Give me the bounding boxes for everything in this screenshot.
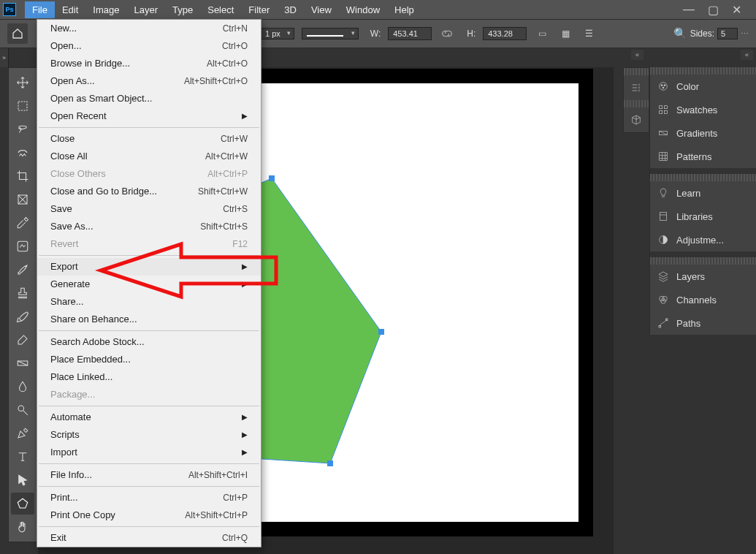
file-menu-item[interactable]: Open As...Alt+Shift+Ctrl+O: [37, 72, 261, 90]
panel-paths[interactable]: Paths: [650, 311, 756, 335]
sides-more-icon[interactable]: ⋯: [741, 29, 749, 39]
brush-tool[interactable]: [11, 259, 34, 281]
menu-help[interactable]: Help: [387, 1, 421, 18]
file-menu-item[interactable]: Print...Ctrl+P: [37, 489, 261, 506]
svg-point-13: [664, 85, 665, 86]
file-menu-item[interactable]: Open as Smart Object...: [37, 90, 261, 107]
menu-filter[interactable]: Filter: [241, 1, 277, 18]
home-button[interactable]: [7, 23, 28, 44]
panel-libraries[interactable]: Libraries: [650, 205, 756, 228]
panel-patterns[interactable]: Patterns: [650, 145, 756, 168]
panel-channels[interactable]: Channels: [650, 288, 756, 311]
svg-rect-17: [660, 110, 663, 113]
svg-rect-0: [18, 102, 27, 110]
gradient-tool[interactable]: [11, 352, 34, 374]
path-select-tool[interactable]: [11, 469, 34, 491]
menu-layer[interactable]: Layer: [127, 1, 166, 18]
file-menu-item[interactable]: CloseCtrl+W: [37, 130, 261, 148]
app-icon: Ps: [3, 3, 16, 16]
dodge-tool[interactable]: [11, 399, 34, 421]
blur-tool[interactable]: [11, 376, 34, 398]
file-menu-item[interactable]: Place Embedded...: [37, 351, 261, 368]
close-button[interactable]: ✕: [732, 3, 741, 17]
quick-select-tool[interactable]: [11, 142, 34, 164]
search-icon[interactable]: 🔍: [673, 27, 687, 40]
stamp-tool[interactable]: [11, 282, 34, 304]
menu-file[interactable]: File: [25, 1, 55, 18]
window-controls: — ▢ ✕: [683, 0, 756, 19]
link-wh-icon[interactable]: [439, 26, 455, 42]
menu-view[interactable]: View: [304, 1, 339, 18]
menu-select[interactable]: Select: [200, 1, 241, 18]
file-menu-item[interactable]: File Info...Alt+Shift+Ctrl+I: [37, 466, 261, 484]
file-menu-item[interactable]: Browse in Bridge...Alt+Ctrl+O: [37, 55, 261, 72]
svg-rect-20: [660, 153, 668, 161]
file-menu-item[interactable]: Save As...Shift+Ctrl+S: [37, 218, 261, 235]
polygon-shape-tool[interactable]: [11, 493, 34, 515]
right-collapse[interactable]: «: [649, 48, 756, 67]
height-field[interactable]: 433.28: [483, 27, 527, 40]
panel-color[interactable]: Color: [650, 75, 756, 98]
align-icon[interactable]: ▭: [534, 26, 550, 42]
panel-gradients[interactable]: Gradients: [650, 121, 756, 145]
stroke-style-dropdown[interactable]: [302, 28, 359, 39]
move-tool[interactable]: [11, 72, 34, 94]
menu-type[interactable]: Type: [165, 1, 200, 18]
history-brush-tool[interactable]: [11, 306, 34, 327]
panel-layers[interactable]: Layers: [650, 265, 756, 288]
file-menu-item[interactable]: Place Linked...: [37, 368, 261, 386]
maximize-button[interactable]: ▢: [708, 3, 719, 17]
menu-3d[interactable]: 3D: [277, 1, 304, 18]
stroke-width-field[interactable]: 1 px: [260, 28, 294, 39]
eraser-tool[interactable]: [11, 329, 34, 351]
file-menu-item[interactable]: SaveCtrl+S: [37, 200, 261, 218]
panel-adjustments[interactable]: Adjustme...: [650, 228, 756, 251]
right-mini-panel: [623, 67, 649, 133]
properties-icon[interactable]: [624, 75, 649, 100]
sides-control: 🔍 Sides: 5 ⋯: [673, 27, 749, 40]
eyedropper-tool[interactable]: [11, 212, 34, 234]
menu-edit[interactable]: Edit: [55, 1, 85, 18]
pen-tool[interactable]: [11, 422, 34, 444]
sides-field[interactable]: 5: [717, 28, 738, 39]
heal-tool[interactable]: [11, 235, 34, 257]
svg-rect-2: [18, 241, 28, 251]
file-menu-item[interactable]: Close and Go to Bridge...Shift+Ctrl+W: [37, 183, 261, 200]
svg-point-4: [18, 406, 24, 411]
svg-point-11: [660, 83, 668, 91]
3d-icon[interactable]: [624, 107, 649, 132]
file-menu-item[interactable]: Open Recent▶: [37, 107, 261, 125]
svg-point-12: [661, 85, 663, 86]
menu-image[interactable]: Image: [85, 1, 126, 18]
file-menu-item[interactable]: New...Ctrl+N: [37, 20, 261, 37]
type-tool[interactable]: [11, 446, 34, 468]
file-menu-item[interactable]: Open...Ctrl+O: [37, 37, 261, 55]
minimize-button[interactable]: —: [683, 3, 695, 16]
crop-tool[interactable]: [11, 165, 34, 187]
right-mini-collapse[interactable]: «: [620, 48, 646, 67]
h-label: H:: [467, 29, 476, 39]
settings-icon[interactable]: ☰: [581, 26, 597, 42]
file-menu-item[interactable]: Close AllAlt+Ctrl+W: [37, 148, 261, 165]
file-menu-item[interactable]: Share on Behance...: [37, 311, 261, 328]
file-menu-item[interactable]: Import▶: [37, 444, 261, 461]
frame-tool[interactable]: [11, 189, 34, 210]
panel-learn[interactable]: Learn: [650, 181, 756, 205]
menu-window[interactable]: Window: [339, 1, 387, 18]
file-menu-item[interactable]: Print One CopyAlt+Shift+Ctrl+P: [37, 506, 261, 524]
panel-swatches[interactable]: Swatches: [650, 98, 756, 121]
file-menu-item[interactable]: Automate▶: [37, 409, 261, 426]
width-field[interactable]: 453.41: [388, 27, 432, 40]
sides-label: Sides:: [690, 29, 714, 39]
file-menu-item[interactable]: Search Adobe Stock...: [37, 333, 261, 351]
file-menu-item[interactable]: ExitCtrl+Q: [37, 529, 261, 547]
hand-tool[interactable]: [11, 516, 34, 538]
file-menu-item: Close OthersAlt+Ctrl+P: [37, 165, 261, 183]
lasso-tool[interactable]: [11, 118, 34, 140]
pathops-icon[interactable]: ▦: [557, 26, 573, 42]
marquee-tool[interactable]: [11, 95, 34, 117]
svg-rect-8: [378, 329, 384, 335]
file-menu-item[interactable]: Scripts▶: [37, 426, 261, 444]
left-collapse-button[interactable]: »: [0, 48, 9, 67]
svg-rect-16: [664, 106, 667, 109]
